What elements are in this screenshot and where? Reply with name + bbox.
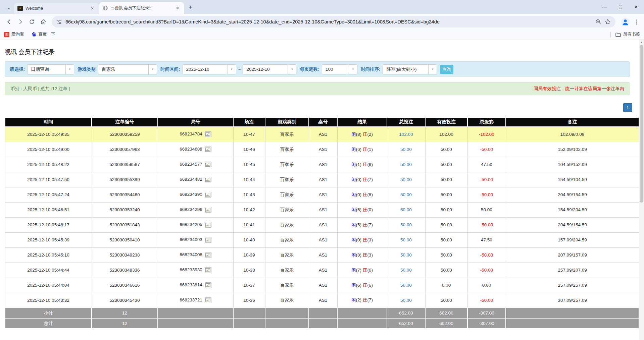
round-detail-icon[interactable] [205, 297, 211, 303]
window-minimize-button[interactable]: — [597, 0, 612, 13]
remark-cell: 204.59/154.59 [506, 217, 639, 232]
window-maximize-button[interactable] [612, 0, 628, 13]
browser-menu-icon[interactable]: ⋮ [633, 18, 641, 25]
profile-avatar[interactable] [621, 17, 630, 26]
tab-close-icon[interactable]: × [89, 5, 95, 11]
result-banker-score: (7) [367, 222, 373, 227]
result-banker: 庄 [363, 268, 367, 273]
result-player-score: (0) [356, 192, 362, 197]
bet-row: 2025-12-10 05:46:17523030351843668234205… [5, 217, 639, 232]
bookmark-star-icon[interactable] [605, 19, 611, 25]
window-controls: — ✕ [597, 0, 644, 13]
round-detail-icon[interactable] [205, 222, 211, 228]
bookmark-label: 爱淘宝 [11, 32, 24, 37]
query-type-select[interactable]: 日期查询 ▼ [27, 64, 74, 74]
sort-select[interactable]: 降幂(由大到小) ▼ [383, 64, 437, 74]
summary-row: 总计12652.00602.00-307.00 [5, 318, 639, 329]
home-button[interactable] [38, 16, 49, 27]
result-player-score: (0) [356, 177, 362, 182]
header-remark: 备注 [506, 117, 639, 127]
payout-cell: 50.00 [467, 202, 506, 217]
date-start-select[interactable]: 2025-12-10 ▼ [183, 64, 236, 74]
header-game-category: 游戏类别 [265, 117, 309, 127]
per-page-select[interactable]: 100 ▼ [322, 64, 357, 74]
site-settings-icon[interactable] [56, 19, 62, 25]
reload-button[interactable] [26, 16, 38, 27]
date-end-select[interactable]: 2025-12-10 ▼ [243, 64, 296, 74]
back-button[interactable] [3, 16, 15, 27]
tab-bet-records[interactable]: :::视讯 会员下注纪录::: × [99, 2, 184, 14]
payout-cell: -50.00 [467, 172, 506, 187]
remark-cell: 152.09/102.09 [506, 142, 639, 157]
tilde-separator: ~ [238, 67, 241, 72]
page-number-button[interactable]: 1 [623, 103, 632, 112]
result-banker-score: (7) [367, 177, 373, 182]
result-player-score: (0) [356, 237, 362, 242]
new-tab-button[interactable]: + [186, 3, 195, 12]
bet-id-cell: 523030351843 [92, 217, 158, 232]
time-cell: 2025-12-10 05:48:22 [5, 157, 92, 172]
total-bet-cell: 50.00 [387, 187, 425, 202]
total-bet-cell: 50.00 [387, 217, 425, 232]
forward-button[interactable] [15, 16, 26, 27]
round-cell: 668234205 [158, 217, 233, 232]
round-cell: 668234482 [158, 172, 233, 187]
round-cell: 668234577 [158, 157, 233, 172]
search-button[interactable]: 查询 [440, 65, 453, 74]
time-cell: 2025-12-10 05:46:51 [5, 202, 92, 217]
game-category-cell: 百家乐 [265, 202, 309, 217]
total-bet-cell: 50.00 [387, 142, 425, 157]
round-detail-icon[interactable] [205, 192, 211, 197]
footer-payout-cell: -307.00 [467, 308, 506, 318]
all-bookmarks-label: 所有书签 [623, 32, 640, 37]
notice-text: 同局有效投注，统一计算在该局第一张注单内 [534, 86, 624, 92]
result-banker-score: (0) [367, 207, 373, 212]
bookmark-baidu[interactable]: 百度一下 [32, 32, 55, 37]
round-detail-icon[interactable] [205, 267, 211, 273]
bookmarks-bar: 淘 爱淘宝 百度一下 所有书签 [0, 30, 644, 40]
round-detail-icon[interactable] [205, 162, 211, 167]
scrollbar-thumb[interactable] [640, 45, 643, 203]
game-category-select[interactable]: 百家乐 ▼ [98, 64, 157, 74]
window-close-button[interactable]: ✕ [628, 0, 644, 13]
chevron-down-icon: ▼ [428, 65, 437, 74]
globe-favicon-icon [103, 5, 108, 11]
bet-table-footer: 小计12652.00602.00-307.00总计12652.00602.00-… [5, 308, 639, 329]
round-cell: 668234390 [158, 187, 233, 202]
footer-payout-cell: -307.00 [467, 318, 506, 329]
round-detail-icon[interactable] [205, 177, 211, 182]
result-player-score: (6) [356, 283, 362, 288]
url-text[interactable]: 66cxkj98.com/game/betrecord_search/kind3… [65, 19, 589, 24]
remark-cell: 154.59/104.59 [506, 172, 639, 187]
chevron-down-icon: ▼ [349, 65, 357, 74]
game-category-cell: 百家乐 [265, 217, 309, 232]
tab-welcome[interactable]: ✦ Welcome × [14, 3, 99, 14]
session-cell: 10-41 [233, 217, 265, 232]
all-bookmarks-button[interactable]: 所有书签 [615, 32, 640, 37]
chevron-down-icon: ▼ [65, 65, 74, 74]
round-detail-icon[interactable] [205, 131, 211, 137]
result-cell: 闲(0) 庄(8) [337, 187, 387, 202]
tab-search-chevron-icon[interactable]: ⌄ [4, 3, 13, 12]
total-bet-cell: 50.00 [387, 202, 425, 217]
summary-row: 小计12652.00602.00-307.00 [5, 308, 639, 318]
url-bar[interactable]: 66cxkj98.com/game/betrecord_search/kind3… [52, 16, 615, 27]
bookmark-taobao[interactable]: 淘 爱淘宝 [4, 32, 24, 37]
filter-bar: 请选择: 日期查询 ▼ 游戏类别 百家乐 ▼ 时间区间: 2025-12-10 … [5, 61, 630, 77]
round-detail-icon[interactable] [205, 282, 211, 288]
round-cell: 668234093 [158, 232, 233, 247]
scroll-up-icon[interactable]: ▲ [639, 40, 644, 45]
round-detail-icon[interactable] [205, 147, 211, 152]
round-detail-icon[interactable] [205, 237, 211, 243]
session-cell: 10-39 [233, 247, 265, 263]
result-banker: 庄 [363, 147, 367, 152]
result-cell: 闲(8) 庄(3) [337, 247, 387, 263]
page-scrollbar[interactable]: ▲ [639, 40, 644, 340]
tab-close-icon[interactable]: × [175, 5, 181, 11]
zoom-page-icon[interactable] [595, 19, 601, 25]
taobao-icon: 淘 [4, 32, 9, 37]
round-detail-icon[interactable] [205, 207, 211, 213]
session-cell: 10-37 [233, 278, 265, 293]
round-detail-icon[interactable] [205, 252, 211, 258]
payout-cell: -50.00 [467, 263, 506, 278]
